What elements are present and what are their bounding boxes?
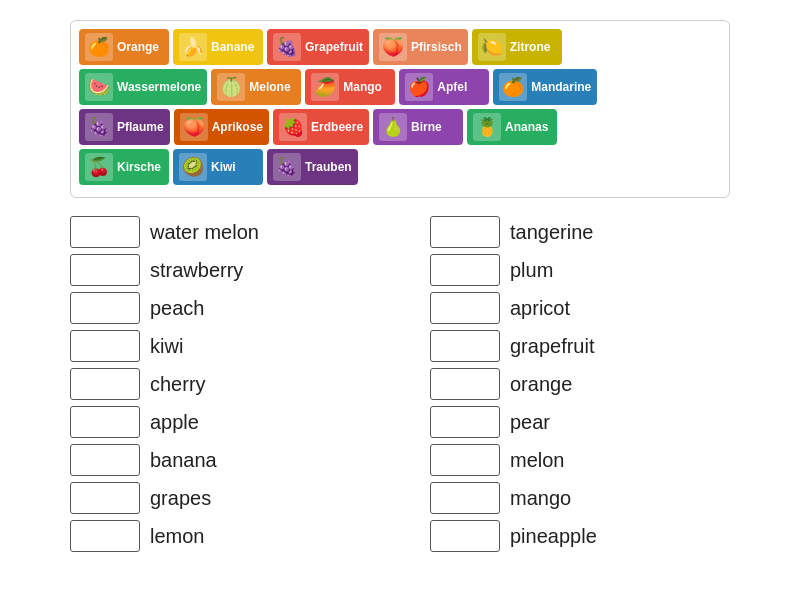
match-row: pear xyxy=(430,406,730,438)
fruit-icon: 🍇 xyxy=(273,33,301,61)
fruit-cell-birne[interactable]: 🍐Birne xyxy=(373,109,463,145)
fruit-label: Trauben xyxy=(305,160,352,174)
answer-box[interactable] xyxy=(70,216,140,248)
word-label: cherry xyxy=(150,373,206,396)
word-label: kiwi xyxy=(150,335,183,358)
match-row: tangerine xyxy=(430,216,730,248)
fruit-icon: 🍋 xyxy=(478,33,506,61)
match-row: plum xyxy=(430,254,730,286)
match-row: mango xyxy=(430,482,730,514)
answer-box[interactable] xyxy=(430,406,500,438)
fruit-cell-melone[interactable]: 🍈Melone xyxy=(211,69,301,105)
word-label: lemon xyxy=(150,525,204,548)
answer-box[interactable] xyxy=(70,292,140,324)
fruit-cell-wassermelone[interactable]: 🍉Wassermelone xyxy=(79,69,207,105)
fruit-cell-kirsche[interactable]: 🍒Kirsche xyxy=(79,149,169,185)
fruit-label: Aprikose xyxy=(212,120,263,134)
fruit-label: Banane xyxy=(211,40,254,54)
fruit-cell-pfirsisch[interactable]: 🍑Pfirsisch xyxy=(373,29,468,65)
word-label: orange xyxy=(510,373,572,396)
answer-box[interactable] xyxy=(430,444,500,476)
word-label: grapes xyxy=(150,487,211,510)
fruit-icon: 🍎 xyxy=(405,73,433,101)
answer-box[interactable] xyxy=(430,292,500,324)
fruit-icon: 🍐 xyxy=(379,113,407,141)
fruit-label: Apfel xyxy=(437,80,467,94)
fruit-label: Mandarine xyxy=(531,80,591,94)
match-row: orange xyxy=(430,368,730,400)
fruit-label: Ananas xyxy=(505,120,548,134)
fruit-cell-zitrone[interactable]: 🍋Zitrone xyxy=(472,29,562,65)
fruit-cell-pflaume[interactable]: 🍇Pflaume xyxy=(79,109,170,145)
word-label: peach xyxy=(150,297,205,320)
fruit-icon: 🍉 xyxy=(85,73,113,101)
fruit-icon: 🍌 xyxy=(179,33,207,61)
fruit-cell-kiwi[interactable]: 🥝Kiwi xyxy=(173,149,263,185)
word-label: water melon xyxy=(150,221,259,244)
match-row: apple xyxy=(70,406,370,438)
word-label: banana xyxy=(150,449,217,472)
fruit-cell-apfel[interactable]: 🍎Apfel xyxy=(399,69,489,105)
match-row: peach xyxy=(70,292,370,324)
answer-box[interactable] xyxy=(70,406,140,438)
fruit-cell-mandarine[interactable]: 🍊Mandarine xyxy=(493,69,597,105)
answer-box[interactable] xyxy=(70,482,140,514)
fruit-panel: 🍊Orange🍌Banane🍇Grapefruit🍑Pfirsisch🍋Zitr… xyxy=(70,20,730,198)
match-row: grapes xyxy=(70,482,370,514)
match-row: lemon xyxy=(70,520,370,552)
fruit-icon: 🍊 xyxy=(85,33,113,61)
match-row: apricot xyxy=(430,292,730,324)
match-row: kiwi xyxy=(70,330,370,362)
match-area: water melon strawberry peach kiwi cherry… xyxy=(70,216,730,552)
fruit-icon: 🍑 xyxy=(180,113,208,141)
fruit-cell-trauben[interactable]: 🍇Trauben xyxy=(267,149,358,185)
left-column: water melon strawberry peach kiwi cherry… xyxy=(70,216,370,552)
fruit-label: Birne xyxy=(411,120,442,134)
word-label: melon xyxy=(510,449,564,472)
fruit-label: Pflaume xyxy=(117,120,164,134)
fruit-label: Erdbeere xyxy=(311,120,363,134)
word-label: apple xyxy=(150,411,199,434)
answer-box[interactable] xyxy=(430,520,500,552)
fruit-label: Mango xyxy=(343,80,382,94)
answer-box[interactable] xyxy=(430,482,500,514)
match-row: banana xyxy=(70,444,370,476)
fruit-cell-orange[interactable]: 🍊Orange xyxy=(79,29,169,65)
fruit-cell-banane[interactable]: 🍌Banane xyxy=(173,29,263,65)
fruit-label: Wassermelone xyxy=(117,80,201,94)
fruit-icon: 🍑 xyxy=(379,33,407,61)
fruit-icon: 🍊 xyxy=(499,73,527,101)
word-label: grapefruit xyxy=(510,335,595,358)
fruit-cell-erdbeere[interactable]: 🍓Erdbeere xyxy=(273,109,369,145)
fruit-label: Pfirsisch xyxy=(411,40,462,54)
fruit-icon: 🍍 xyxy=(473,113,501,141)
answer-box[interactable] xyxy=(70,330,140,362)
answer-box[interactable] xyxy=(70,444,140,476)
fruit-icon: 🍓 xyxy=(279,113,307,141)
answer-box[interactable] xyxy=(430,216,500,248)
answer-box[interactable] xyxy=(430,254,500,286)
match-row: pineapple xyxy=(430,520,730,552)
fruit-cell-aprikose[interactable]: 🍑Aprikose xyxy=(174,109,269,145)
fruit-label: Kirsche xyxy=(117,160,161,174)
fruit-cell-grapefruit[interactable]: 🍇Grapefruit xyxy=(267,29,369,65)
word-label: apricot xyxy=(510,297,570,320)
word-label: pineapple xyxy=(510,525,597,548)
answer-box[interactable] xyxy=(70,520,140,552)
fruit-label: Zitrone xyxy=(510,40,551,54)
word-label: tangerine xyxy=(510,221,593,244)
fruit-label: Kiwi xyxy=(211,160,236,174)
fruit-icon: 🍈 xyxy=(217,73,245,101)
fruit-cell-ananas[interactable]: 🍍Ananas xyxy=(467,109,557,145)
answer-box[interactable] xyxy=(430,330,500,362)
fruit-icon: 🍒 xyxy=(85,153,113,181)
word-label: plum xyxy=(510,259,553,282)
word-label: mango xyxy=(510,487,571,510)
answer-box[interactable] xyxy=(70,254,140,286)
fruit-cell-mango[interactable]: 🥭Mango xyxy=(305,69,395,105)
word-label: pear xyxy=(510,411,550,434)
answer-box[interactable] xyxy=(430,368,500,400)
answer-box[interactable] xyxy=(70,368,140,400)
match-row: strawberry xyxy=(70,254,370,286)
fruit-icon: 🍇 xyxy=(273,153,301,181)
